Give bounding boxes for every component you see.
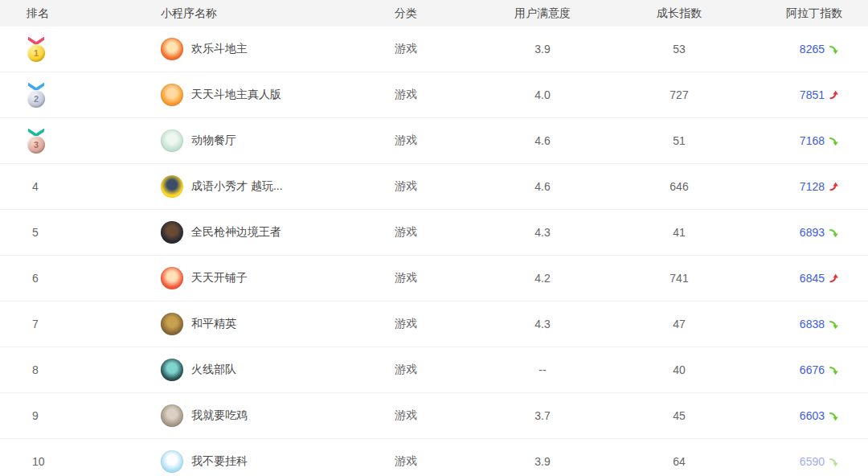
name-cell: 动物餐厅 [161, 129, 354, 152]
table-row[interactable]: 9 我就要吃鸡 游戏 3.7 45 6603 [0, 393, 868, 439]
category-cell: 游戏 [354, 317, 458, 331]
table-row[interactable]: 6 天天开铺子 游戏 4.2 741 6845 [0, 256, 868, 302]
app-avatar-icon [161, 129, 183, 152]
trend-down-icon [829, 319, 839, 330]
satisfaction-cell: 3.7 [458, 409, 627, 422]
aladdin-cell: 7168 [731, 134, 868, 147]
category-cell: 游戏 [354, 454, 458, 469]
app-avatar-icon [161, 267, 183, 289]
app-name[interactable]: 和平精英 [191, 317, 236, 331]
trend-up-icon [829, 90, 839, 101]
aladdin-index-value[interactable]: 6838 [800, 318, 825, 330]
app-name[interactable]: 火线部队 [191, 363, 236, 377]
name-cell: 火线部队 [161, 359, 354, 381]
aladdin-index-value[interactable]: 7168 [800, 134, 825, 147]
table-header: 排名 小程序名称 分类 用户满意度 成长指数 阿拉丁指数 [0, 0, 868, 27]
app-name[interactable]: 天天斗地主真人版 [191, 88, 281, 102]
rank-cell: 9 [0, 409, 161, 422]
aladdin-cell: 7128 [731, 180, 868, 193]
trend-down-icon [829, 228, 839, 238]
satisfaction-cell: 4.2 [458, 272, 627, 285]
satisfaction-cell: 4.3 [458, 318, 627, 330]
app-name[interactable]: 成语小秀才 越玩... [191, 179, 283, 194]
name-cell: 天天开铺子 [161, 267, 354, 289]
table-row[interactable]: 7 和平精英 游戏 4.3 47 6838 [0, 302, 868, 347]
app-name[interactable]: 我不要挂科 [191, 454, 248, 469]
app-name[interactable]: 动物餐厅 [191, 133, 236, 148]
app-avatar-icon [161, 84, 183, 106]
trend-up-icon [829, 182, 839, 192]
header-app-name: 小程序名称 [161, 6, 354, 21]
rank-cell: 3 [0, 129, 161, 154]
medal-number: 1 [27, 44, 45, 62]
aladdin-index-value[interactable]: 7128 [800, 180, 825, 193]
name-cell: 天天斗地主真人版 [161, 84, 354, 106]
aladdin-cell: 6676 [731, 363, 868, 376]
growth-cell: 64 [627, 455, 731, 468]
table-row[interactable]: 3 动物餐厅 游戏 4.6 51 7168 [0, 118, 868, 164]
growth-cell: 727 [627, 88, 731, 101]
app-avatar-icon [161, 313, 183, 335]
aladdin-cell: 8265 [731, 43, 868, 55]
aladdin-cell: 7851 [731, 88, 868, 101]
rank-number: 5 [27, 226, 39, 239]
growth-cell: 53 [627, 43, 731, 55]
app-avatar-icon [161, 38, 183, 60]
aladdin-cell: 6590 [731, 455, 868, 468]
satisfaction-cell: 3.9 [458, 43, 627, 55]
growth-cell: 47 [627, 318, 731, 330]
name-cell: 和平精英 [161, 313, 354, 335]
medal-number: 3 [27, 136, 45, 154]
table-body: 1 欢乐斗地主 游戏 3.9 53 8265 2 [0, 27, 868, 476]
app-avatar-icon [161, 404, 183, 427]
aladdin-index-value[interactable]: 6590 [800, 455, 825, 468]
table-row[interactable]: 10 我不要挂科 游戏 3.9 64 6590 [0, 439, 868, 476]
app-avatar-icon [161, 359, 183, 381]
table-row[interactable]: 4 成语小秀才 越玩... 游戏 4.6 646 7128 [0, 164, 868, 210]
aladdin-index-value[interactable]: 6845 [800, 272, 825, 285]
name-cell: 欢乐斗地主 [161, 38, 354, 60]
app-name[interactable]: 天天开铺子 [191, 271, 248, 285]
rank-number: 9 [27, 409, 39, 422]
aladdin-index-value[interactable]: 8265 [800, 43, 825, 55]
trend-down-icon [829, 44, 839, 55]
table-row[interactable]: 8 火线部队 游戏 -- 40 6676 [0, 347, 868, 393]
category-cell: 游戏 [354, 363, 458, 377]
table-row[interactable]: 5 全民枪神边境王者 游戏 4.3 41 6893 [0, 210, 868, 256]
header-aladdin-index: 阿拉丁指数 [731, 6, 868, 21]
category-cell: 游戏 [354, 271, 458, 285]
rank-cell: 4 [0, 180, 161, 193]
app-avatar-icon [161, 450, 183, 473]
satisfaction-cell: -- [458, 363, 627, 376]
rank-cell: 6 [0, 272, 161, 285]
name-cell: 我就要吃鸡 [161, 404, 354, 427]
aladdin-index-value[interactable]: 6676 [800, 363, 825, 376]
name-cell: 成语小秀才 越玩... [161, 175, 354, 198]
rank-number: 4 [27, 180, 39, 193]
growth-cell: 45 [627, 409, 731, 422]
aladdin-index-value[interactable]: 7851 [800, 88, 825, 101]
aladdin-index-value[interactable]: 6603 [800, 409, 825, 422]
aladdin-index-value[interactable]: 6893 [800, 226, 825, 239]
header-rank: 排名 [0, 6, 161, 21]
rank-cell: 5 [0, 226, 161, 239]
rank-number: 10 [27, 455, 45, 468]
trend-down-icon [829, 457, 839, 467]
rank-cell: 10 [0, 455, 161, 468]
growth-cell: 741 [627, 272, 731, 285]
app-name[interactable]: 欢乐斗地主 [191, 42, 248, 56]
name-cell: 全民枪神边境王者 [161, 221, 354, 244]
app-name[interactable]: 我就要吃鸡 [191, 408, 248, 423]
satisfaction-cell: 3.9 [458, 455, 627, 468]
category-cell: 游戏 [354, 88, 458, 102]
app-name[interactable]: 全民枪神边境王者 [191, 225, 281, 240]
growth-cell: 41 [627, 226, 731, 239]
header-growth: 成长指数 [627, 6, 731, 21]
medal-number: 2 [27, 90, 45, 108]
name-cell: 我不要挂科 [161, 450, 354, 473]
category-cell: 游戏 [354, 225, 458, 240]
medal-icon: 1 [26, 37, 47, 62]
table-row[interactable]: 1 欢乐斗地主 游戏 3.9 53 8265 [0, 27, 868, 72]
rank-number: 8 [27, 363, 39, 376]
table-row[interactable]: 2 天天斗地主真人版 游戏 4.0 727 7851 [0, 72, 868, 118]
